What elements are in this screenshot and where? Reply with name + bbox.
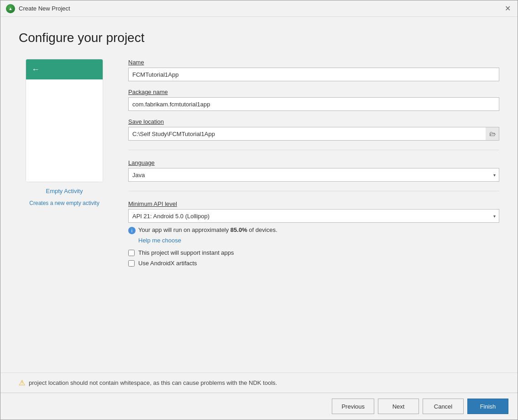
save-location-wrapper: 🗁 <box>128 127 499 141</box>
activity-label: Empty Activity <box>46 188 83 194</box>
next-button[interactable]: Next <box>378 399 419 414</box>
warning-icon: ⚠ <box>19 378 25 387</box>
divider-1 <box>128 150 499 150</box>
language-select[interactable]: Java Kotlin <box>128 168 499 182</box>
warning-bar: ⚠ project location should not contain wh… <box>0 373 518 393</box>
language-label: Language <box>128 159 499 166</box>
previous-button[interactable]: Previous <box>332 399 374 414</box>
warning-text: project location should not contain whit… <box>29 379 277 386</box>
androidx-label: Use AndroidX artifacts <box>138 260 197 267</box>
page-title: Configure your project <box>19 31 499 45</box>
min-api-group: Minimum API level API 21: Android 5.0 (L… <box>128 200 499 267</box>
save-location-input[interactable] <box>128 127 499 141</box>
footer: Previous Next Cancel Finish <box>0 393 518 420</box>
min-api-label: Minimum API level <box>128 200 499 207</box>
checkbox-group: This project will support instant apps U… <box>128 249 499 267</box>
main-area: ← Empty Activity Creates a new empty act… <box>19 59 499 363</box>
package-field-group: Package name <box>128 89 499 111</box>
phone-header: ← <box>26 59 103 79</box>
save-location-label: Save location <box>128 118 499 125</box>
package-input[interactable] <box>128 97 499 111</box>
activity-desc: Creates a new empty activity <box>29 200 99 206</box>
window-title: Create New Project <box>19 5 70 12</box>
title-bar-left: ▲ Create New Project <box>6 4 70 13</box>
cancel-button[interactable]: Cancel <box>423 399 464 414</box>
phone-body <box>26 79 103 182</box>
androidx-checkbox-item[interactable]: Use AndroidX artifacts <box>128 260 499 267</box>
main-window: ▲ Create New Project ✕ Configure your pr… <box>0 0 518 420</box>
name-field-group: Name <box>128 59 499 81</box>
help-me-choose-link[interactable]: Help me choose <box>138 237 499 244</box>
package-label: Package name <box>128 89 499 95</box>
instant-apps-checkbox[interactable] <box>128 250 135 256</box>
instant-apps-checkbox-item[interactable]: This project will support instant apps <box>128 249 499 256</box>
back-arrow-icon: ← <box>31 65 40 74</box>
left-panel: ← Empty Activity Creates a new empty act… <box>19 59 110 363</box>
browse-folder-button[interactable]: 🗁 <box>486 127 499 141</box>
finish-button[interactable]: Finish <box>467 399 508 414</box>
divider-2 <box>128 191 499 191</box>
app-icon: ▲ <box>6 4 15 13</box>
name-input[interactable] <box>128 68 499 81</box>
language-group: Language Java Kotlin ▾ <box>128 159 499 182</box>
min-api-select-wrapper: API 21: Android 5.0 (Lollipop) API 22: A… <box>128 209 499 223</box>
content-area: Configure your project ← Empty Activity … <box>0 17 518 373</box>
save-location-group: Save location 🗁 <box>128 118 499 141</box>
name-label: Name <box>128 59 499 66</box>
language-select-wrapper: Java Kotlin ▾ <box>128 168 499 182</box>
right-panel: Name Package name Save location <box>128 59 499 363</box>
instant-apps-label: This project will support instant apps <box>138 249 234 256</box>
info-icon: i <box>128 227 136 234</box>
min-api-select[interactable]: API 21: Android 5.0 (Lollipop) API 22: A… <box>128 209 499 223</box>
close-button[interactable]: ✕ <box>503 4 512 13</box>
api-info-text: Your app will run on approximately 85.0%… <box>138 226 277 233</box>
title-bar: ▲ Create New Project ✕ <box>0 0 518 17</box>
api-info: i Your app will run on approximately 85.… <box>128 226 499 234</box>
phone-preview: ← <box>26 59 103 182</box>
androidx-checkbox[interactable] <box>128 260 135 267</box>
